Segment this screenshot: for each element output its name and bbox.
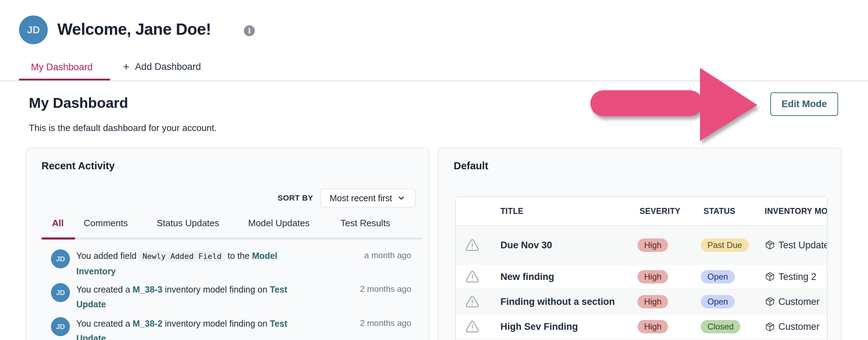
package-icon bbox=[765, 272, 775, 282]
finding-title: High Sev Finding bbox=[500, 321, 578, 332]
table-header-row: TITLE SEVERITY STATUS INVENTORY MODEL bbox=[456, 197, 827, 226]
recent-activity-card: Recent Activity SORT BY Most recent firs… bbox=[25, 148, 430, 340]
activity-text: You created a M_38-2 inventory model fin… bbox=[76, 316, 315, 340]
severity-badge: High bbox=[637, 238, 668, 252]
status-badge: Closed bbox=[701, 320, 740, 333]
avatar: JD bbox=[51, 317, 70, 336]
activity-tabs-track bbox=[41, 237, 422, 240]
severity-badge: High bbox=[637, 320, 668, 333]
column-severity: SEVERITY bbox=[640, 207, 680, 216]
activity-active-tab-underline bbox=[41, 237, 75, 240]
column-status: STATUS bbox=[704, 207, 735, 216]
activity-timestamp: 2 months ago bbox=[323, 284, 411, 294]
activity-link[interactable]: M_38-2 bbox=[132, 319, 162, 328]
activity-tab-all[interactable]: All bbox=[52, 218, 64, 229]
column-title: TITLE bbox=[500, 207, 523, 216]
activity-timestamp: 2 months ago bbox=[323, 318, 411, 328]
info-icon[interactable]: i bbox=[244, 25, 255, 36]
finding-title: Finding without a section bbox=[500, 296, 615, 307]
edit-mode-button[interactable]: Edit Mode bbox=[770, 92, 838, 116]
activity-tab-test-results[interactable]: Test Results bbox=[341, 218, 390, 229]
tabs-divider bbox=[0, 80, 868, 81]
activity-tab-comments[interactable]: Comments bbox=[84, 218, 128, 229]
chevron-down-icon bbox=[397, 194, 406, 202]
inventory-model-cell: Testing 2 bbox=[765, 271, 816, 282]
recent-activity-tabs: AllCommentsStatus UpdatesModel UpdatesTe… bbox=[26, 218, 429, 234]
inventory-model-name: Test Update bbox=[778, 240, 828, 250]
inventory-model-name: Customer bbox=[778, 321, 820, 332]
page-title: Welcome, Jane Doe! bbox=[57, 20, 211, 39]
recent-activity-title: Recent Activity bbox=[41, 160, 115, 172]
table-body: Due Nov 30 High Past Due Test Update New… bbox=[456, 226, 827, 339]
warning-triangle-icon bbox=[465, 269, 480, 285]
default-widget-title: Default bbox=[454, 160, 488, 172]
activity-timestamp: a month ago bbox=[323, 250, 411, 260]
table-row[interactable]: Due Nov 30 High Past Due Test Update bbox=[456, 226, 827, 264]
warning-triangle-icon bbox=[465, 294, 480, 309]
status-badge: Open bbox=[701, 295, 735, 308]
activity-link[interactable]: M_38-3 bbox=[132, 285, 162, 294]
inventory-model-cell: Customer bbox=[765, 321, 820, 332]
finding-title: New finding bbox=[500, 271, 554, 282]
status-badge: Past Due bbox=[701, 238, 749, 252]
inventory-model-cell: Customer bbox=[765, 296, 820, 307]
warning-triangle-icon bbox=[465, 319, 480, 334]
table-row[interactable]: New finding High Open Testing 2 bbox=[456, 264, 827, 289]
tab-add-dashboard[interactable]: + Add Dashboard bbox=[123, 61, 201, 72]
tab-my-dashboard[interactable]: My Dashboard bbox=[31, 62, 93, 73]
activity-link[interactable]: Test Update bbox=[76, 319, 287, 340]
activity-text: You created a M_38-3 inventory model fin… bbox=[76, 282, 315, 312]
status-badge: Open bbox=[701, 270, 735, 283]
package-icon bbox=[765, 296, 775, 307]
avatar: JD bbox=[19, 15, 48, 44]
dashboard-description: This is the default dashboard for your a… bbox=[29, 123, 217, 133]
sort-by-label: SORT BY bbox=[278, 194, 313, 203]
plus-icon: + bbox=[123, 62, 129, 72]
table-row[interactable]: Finding without a section High Open Cust… bbox=[456, 289, 827, 314]
field-code-chip: Newly Added Field bbox=[139, 251, 225, 262]
sort-select[interactable]: Most recent first bbox=[320, 189, 416, 208]
inventory-model-cell: Test Update bbox=[765, 240, 828, 250]
avatar: JD bbox=[51, 283, 70, 302]
avatar: JD bbox=[51, 249, 70, 268]
package-icon bbox=[765, 321, 775, 332]
package-icon bbox=[765, 240, 775, 250]
inventory-model-name: Testing 2 bbox=[778, 271, 816, 282]
finding-title: Due Nov 30 bbox=[500, 240, 552, 250]
activity-link[interactable]: Test Update bbox=[76, 285, 287, 309]
dashboard-title: My Dashboard bbox=[29, 95, 128, 111]
severity-badge: High bbox=[637, 295, 668, 308]
table-row[interactable]: High Sev Finding High Closed Customer bbox=[456, 314, 827, 339]
severity-badge: High bbox=[637, 270, 668, 283]
tab-add-dashboard-label: Add Dashboard bbox=[135, 61, 201, 72]
warning-triangle-icon bbox=[465, 237, 480, 253]
inventory-model-name: Customer bbox=[778, 296, 820, 307]
findings-table: TITLE SEVERITY STATUS INVENTORY MODEL Du… bbox=[455, 196, 828, 340]
column-inventory-model: INVENTORY MODEL bbox=[765, 207, 828, 216]
activity-tab-model-updates[interactable]: Model Updates bbox=[248, 218, 310, 229]
sort-select-value: Most recent first bbox=[330, 193, 392, 203]
activity-tab-status-updates[interactable]: Status Updates bbox=[157, 218, 219, 229]
dashboard-page: JD Welcome, Jane Doe! i My Dashboard + A… bbox=[0, 0, 868, 340]
activity-text: You added field Newly Added Field to the… bbox=[76, 248, 315, 279]
default-widget-card: Default TITLE SEVERITY STATUS INVENTORY … bbox=[438, 148, 842, 340]
